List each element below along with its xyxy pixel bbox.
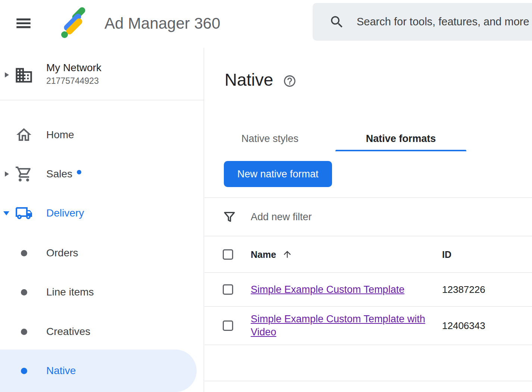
tab-native-formats[interactable]: Native formats: [335, 127, 466, 151]
format-name-cell: Simple Example Custom Template: [251, 283, 404, 296]
sidebar-item-label: Delivery: [46, 207, 84, 219]
chevron-right-icon[interactable]: [5, 171, 9, 177]
add-new-filter-input[interactable]: Add new filter: [251, 211, 312, 223]
global-search[interactable]: [313, 3, 532, 41]
sidebar-item-label: Line items: [46, 286, 94, 298]
ad-manager-logo-icon: [54, 5, 90, 41]
sidebar-item-native[interactable]: Native: [0, 360, 204, 382]
sidebar-item-sales[interactable]: Sales: [0, 163, 204, 185]
top-app-bar: Ad Manager 360: [0, 0, 532, 48]
sidebar-item-delivery[interactable]: Delivery: [0, 202, 204, 224]
column-header-id: ID: [442, 249, 451, 260]
sidebar-divider: [0, 100, 204, 100]
bullet-icon: [21, 368, 27, 374]
sidebar-item-orders[interactable]: Orders: [0, 242, 204, 264]
help-icon[interactable]: [283, 74, 297, 88]
bullet-icon: [21, 289, 27, 295]
table-bottom-border: [204, 381, 532, 381]
home-icon: [15, 126, 33, 144]
sidebar-item-creatives[interactable]: Creatives: [0, 320, 204, 343]
sidebar-item-label: Creatives: [46, 326, 90, 338]
column-header-name[interactable]: Name: [251, 249, 292, 260]
sort-ascending-icon[interactable]: [282, 249, 292, 260]
building-icon: [14, 66, 34, 85]
bullet-icon: [21, 329, 27, 335]
menu-icon[interactable]: [14, 14, 33, 33]
tab-label: Native formats: [366, 133, 436, 145]
network-name[interactable]: My Network: [46, 62, 101, 74]
filter-bar[interactable]: Add new filter: [204, 197, 532, 236]
sidebar: My Network 21775744923 Home Sales Delive…: [0, 48, 204, 392]
ad-manager-page: Ad Manager 360 My Network 21775744923 Ho…: [0, 0, 532, 392]
format-name-link[interactable]: Simple Example Custom Template with Vide…: [251, 313, 425, 338]
sidebar-item-label: Orders: [46, 247, 78, 259]
format-name-link[interactable]: Simple Example Custom Template: [251, 284, 404, 295]
filter-icon: [222, 209, 237, 224]
format-id-cell: 12387226: [442, 284, 485, 295]
row-checkbox[interactable]: [223, 320, 233, 331]
chevron-down-icon[interactable]: [3, 211, 9, 215]
table-empty-area: [204, 345, 532, 381]
table-header-row: Name ID: [204, 236, 532, 272]
search-icon: [329, 14, 345, 30]
tab-bar: Native styles Native formats: [204, 127, 466, 151]
sidebar-item-line-items[interactable]: Line items: [0, 281, 204, 303]
table-row: Simple Example Custom Template 12387226: [204, 272, 532, 306]
search-input[interactable]: [356, 15, 532, 28]
select-all-checkbox[interactable]: [223, 249, 233, 260]
truck-icon: [15, 204, 33, 222]
new-native-format-button[interactable]: New native format: [224, 161, 332, 187]
bullet-icon: [21, 250, 27, 256]
sidebar-item-label: Native: [46, 365, 76, 377]
main-content: Native Native styles Native formats New …: [204, 48, 532, 392]
network-expand-icon[interactable]: [5, 72, 9, 78]
sidebar-item-label: Sales: [46, 168, 72, 180]
tab-native-styles[interactable]: Native styles: [204, 127, 335, 151]
table-row: Simple Example Custom Template with Vide…: [204, 306, 532, 345]
network-id: 21775744923: [46, 76, 99, 86]
sales-notification-dot: [77, 170, 81, 174]
column-label: Name: [251, 249, 276, 260]
sidebar-item-home[interactable]: Home: [0, 124, 204, 146]
page-title-row: Native: [225, 68, 297, 92]
sidebar-item-label: Home: [46, 129, 74, 141]
shopping-cart-icon: [15, 165, 33, 183]
page-title: Native: [225, 68, 273, 92]
format-name-cell: Simple Example Custom Template with Vide…: [251, 313, 426, 339]
tab-label: Native styles: [241, 133, 298, 145]
row-checkbox[interactable]: [223, 284, 233, 295]
app-title: Ad Manager 360: [104, 13, 220, 34]
format-id-cell: 12406343: [442, 320, 485, 332]
